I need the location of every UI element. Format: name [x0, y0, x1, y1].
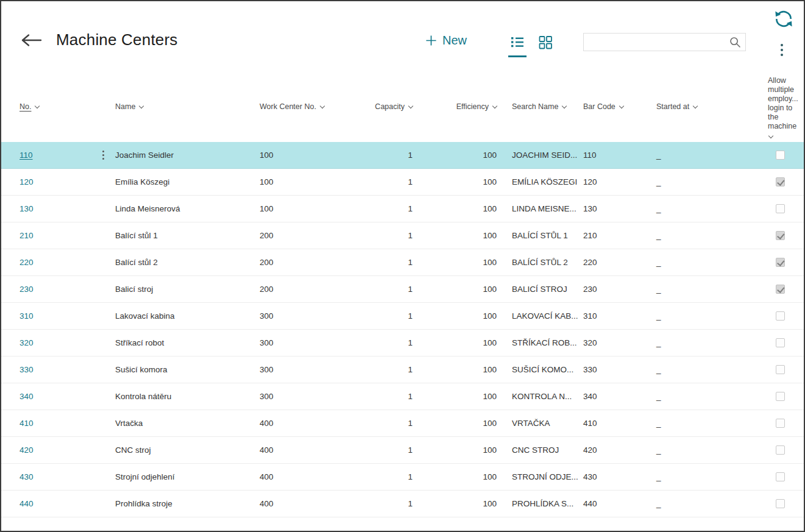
cell-allow-multiple — [757, 285, 804, 294]
column-header-efficiency[interactable]: Efficiency — [416, 102, 500, 111]
table-header: No.NameWork Center No.CapacityEfficiency… — [1, 71, 804, 142]
column-header-search_name[interactable]: Search Name — [500, 102, 580, 111]
cell-bar-code: 310 — [580, 311, 653, 321]
table-row[interactable]: 130Linda Meisnerová1001100LINDA MEISNE..… — [1, 196, 804, 222]
row-no-link[interactable]: 320 — [20, 338, 34, 347]
allow-multiple-checkbox[interactable] — [776, 365, 785, 374]
row-no-link[interactable]: 130 — [20, 204, 34, 213]
search-input[interactable] — [584, 34, 729, 51]
cell-bar-code: 130 — [580, 204, 653, 213]
new-button-label: New — [442, 34, 467, 48]
allow-multiple-checkbox[interactable] — [776, 445, 785, 455]
allow-multiple-checkbox[interactable] — [776, 258, 785, 267]
column-header-no[interactable]: No. — [1, 102, 93, 111]
row-no-link[interactable]: 410 — [20, 419, 34, 428]
cell-allow-multiple — [757, 499, 804, 508]
allow-multiple-checkbox[interactable] — [776, 231, 785, 240]
allow-multiple-checkbox[interactable] — [776, 151, 785, 160]
cell-name: Kontrola nátěru — [114, 392, 257, 401]
table-row[interactable]: 440Prohlídka stroje4001100PROHLÍDKA S...… — [1, 491, 804, 517]
cell-work-center-no: 200 — [257, 231, 374, 240]
page-header: Machine Centers New — [1, 1, 804, 71]
cell-work-center-no: 100 — [257, 177, 374, 186]
cell-capacity: 1 — [374, 258, 416, 267]
table-row[interactable]: 120Emília Köszegi1001100EMÍLIA KÖSZEGI12… — [1, 169, 804, 196]
cell-capacity: 1 — [374, 499, 416, 508]
cell-search-name: LAKOVACÍ KAB... — [500, 311, 580, 321]
column-label: Allow multiple employ... login to the ma… — [768, 76, 798, 130]
cell-search-name: CNC STROJ — [500, 445, 580, 455]
column-label: Started at — [656, 102, 689, 111]
list-view-button[interactable] — [508, 33, 527, 57]
row-no-link[interactable]: 220 — [20, 258, 34, 267]
cell-search-name: JOACHIM SEID... — [500, 151, 580, 160]
allow-multiple-checkbox[interactable] — [776, 472, 785, 481]
table-row[interactable]: 430Strojní odjehlení4001100STROJNÍ ODJE.… — [1, 464, 804, 491]
refresh-button[interactable] — [773, 9, 794, 32]
table-row[interactable]: 110Joachim Seidler1001100JOACHIM SEID...… — [1, 142, 804, 169]
table-row[interactable]: 220Balící stůl 22001100BALÍCÍ STŮL 2220_ — [1, 249, 804, 276]
cell-started-at: _ — [653, 392, 757, 401]
row-no-link[interactable]: 230 — [20, 285, 34, 294]
list-view-icon — [509, 34, 525, 50]
allow-multiple-checkbox[interactable] — [776, 338, 785, 347]
allow-multiple-checkbox[interactable] — [776, 311, 785, 321]
grid-view-icon — [537, 34, 553, 50]
search-icon[interactable] — [729, 36, 741, 48]
table-row[interactable]: 320Stříkací robot3001100STŘÍKACÍ ROB...3… — [1, 330, 804, 356]
new-button[interactable]: New — [425, 34, 467, 48]
cell-capacity: 1 — [374, 445, 416, 455]
row-no-link[interactable]: 330 — [20, 365, 34, 374]
allow-multiple-checkbox[interactable] — [776, 177, 785, 186]
column-header-work_center_no[interactable]: Work Center No. — [257, 102, 374, 111]
cell-work-center-no: 400 — [257, 472, 374, 481]
column-label: Capacity — [375, 102, 405, 111]
cell-bar-code: 110 — [580, 151, 653, 160]
cell-search-name: BALÍCÍ STŮL 2 — [500, 258, 580, 267]
row-no-link[interactable]: 420 — [20, 445, 34, 455]
cell-name: Sušicí komora — [114, 365, 257, 374]
cell-bar-code: 340 — [580, 392, 653, 401]
allow-multiple-checkbox[interactable] — [776, 499, 785, 508]
cell-no: 330 — [1, 365, 93, 374]
column-label: No. — [20, 102, 31, 111]
column-header-capacity[interactable]: Capacity — [374, 102, 416, 111]
allow-multiple-checkbox[interactable] — [776, 419, 785, 428]
cell-name: Balící stůl 1 — [114, 231, 257, 240]
column-header-bar_code[interactable]: Bar Code — [580, 102, 653, 111]
table-row[interactable]: 230Balicí stroj2001100BALICÍ STROJ230_ — [1, 276, 804, 303]
column-header-name[interactable]: Name — [114, 102, 257, 111]
row-no-link[interactable]: 120 — [20, 177, 34, 186]
cell-search-name: STŘÍKACÍ ROB... — [500, 338, 580, 347]
allow-multiple-checkbox[interactable] — [776, 285, 785, 294]
row-no-link[interactable]: 440 — [20, 499, 34, 508]
allow-multiple-checkbox[interactable] — [776, 204, 785, 213]
column-header-allow_multiple[interactable]: Allow multiple employ... login to the ma… — [757, 76, 804, 138]
row-no-link[interactable]: 340 — [20, 392, 34, 401]
cell-capacity: 1 — [374, 311, 416, 321]
back-button[interactable] — [18, 32, 43, 49]
grid-view-button[interactable] — [536, 33, 555, 57]
column-label: Work Center No. — [260, 102, 316, 111]
cell-efficiency: 100 — [416, 419, 500, 428]
cell-started-at: _ — [653, 177, 757, 186]
cell-capacity: 1 — [374, 419, 416, 428]
more-options-button[interactable] — [778, 44, 785, 60]
table-row[interactable]: 210Balící stůl 12001100BALÍCÍ STŮL 1210_ — [1, 222, 804, 249]
table-row[interactable]: 330Sušicí komora3001100SUŠICÍ KOMO...330… — [1, 356, 804, 383]
row-menu-icon[interactable] — [102, 151, 105, 160]
refresh-icon — [773, 9, 794, 29]
column-header-started_at[interactable]: Started at — [653, 102, 757, 111]
table-row[interactable]: 420CNC stroj4001100CNC STROJ420_ — [1, 437, 804, 464]
cell-started-at: _ — [653, 258, 757, 267]
table-row[interactable]: 310Lakovací kabina3001100LAKOVACÍ KAB...… — [1, 303, 804, 330]
chevron-down-icon — [139, 104, 144, 108]
row-no-link[interactable]: 430 — [20, 472, 34, 481]
table-row[interactable]: 340Kontrola nátěru3001100KONTROLA N...34… — [1, 383, 804, 410]
row-no-link[interactable]: 210 — [20, 231, 34, 240]
row-no-link[interactable]: 310 — [20, 311, 34, 321]
allow-multiple-checkbox[interactable] — [776, 392, 785, 401]
table-row[interactable]: 410Vrtačka4001100VRTAČKA410_ — [1, 410, 804, 437]
cell-search-name: BALÍCÍ STŮL 1 — [500, 231, 580, 240]
row-no-link[interactable]: 110 — [20, 151, 33, 160]
